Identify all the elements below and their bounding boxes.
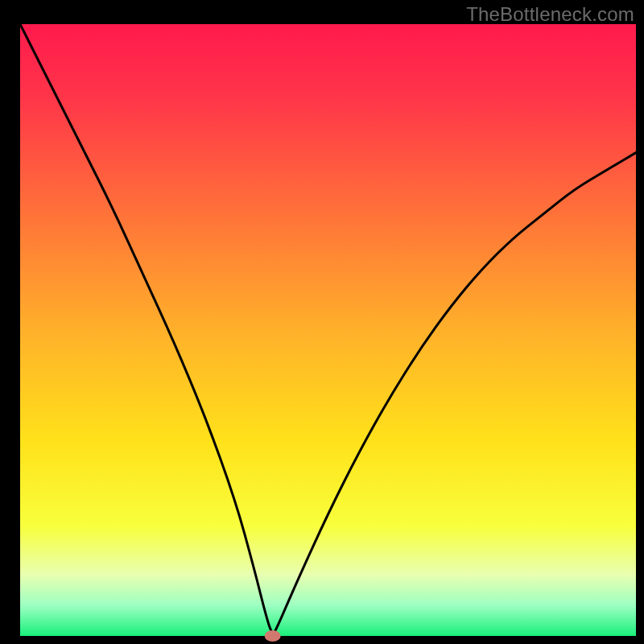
optimal-point-marker — [265, 630, 281, 642]
chart-frame: TheBottleneck.com — [0, 0, 644, 644]
gradient-background — [20, 24, 636, 636]
bottleneck-chart — [0, 0, 644, 644]
watermark-text: TheBottleneck.com — [466, 3, 634, 26]
